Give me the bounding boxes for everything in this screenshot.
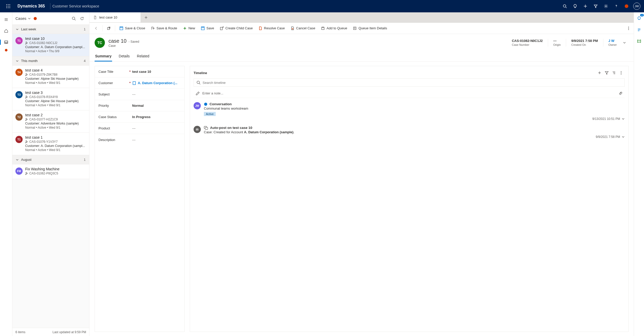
case-list-item[interactable]: T3 test case 3 CAS-01078-R3X4Y8 Customer… xyxy=(12,88,89,110)
chevron-down-icon[interactable] xyxy=(622,135,625,138)
field-description[interactable]: Description * --- xyxy=(95,134,184,145)
svg-rect-38 xyxy=(133,82,135,85)
chevron-down-icon[interactable] xyxy=(622,117,625,120)
app-launcher-button[interactable] xyxy=(2,0,14,12)
general-section: Case Title * test case 10 Customer * A. … xyxy=(95,66,185,332)
group-label: August xyxy=(21,158,31,162)
back-button[interactable] xyxy=(92,24,101,32)
bot-icon xyxy=(195,128,199,131)
group-label: Last week xyxy=(21,27,36,31)
group-header-august[interactable]: August 1 xyxy=(12,155,89,164)
chevron-down-icon xyxy=(16,158,19,161)
save-close-button[interactable]: Save & Close xyxy=(117,24,148,32)
svg-point-54 xyxy=(197,129,198,130)
case-list-item[interactable]: T1 test case 10 CAS-01082-N0C1J2 Custome… xyxy=(12,34,89,56)
svg-rect-30 xyxy=(322,28,324,30)
new-button[interactable]: New xyxy=(180,24,198,32)
refresh-button[interactable] xyxy=(78,14,86,23)
home-button[interactable] xyxy=(1,26,11,36)
group-header-lastweek[interactable]: Last week 1 xyxy=(12,25,89,34)
svg-point-49 xyxy=(197,81,199,84)
svg-rect-24 xyxy=(121,27,122,28)
field-case-status[interactable]: Case Status * In Progress xyxy=(95,111,184,123)
hamburger-menu-button[interactable] xyxy=(1,14,11,25)
cancel-case-button[interactable]: Cancel Case xyxy=(288,24,318,32)
session-tab[interactable]: test case 10 xyxy=(89,12,141,22)
create-child-case-button[interactable]: Create Child Case xyxy=(217,24,255,32)
help-icon[interactable] xyxy=(611,0,621,12)
header-field-owner[interactable]: J W Owner xyxy=(609,39,617,46)
case-list-item[interactable]: T4 test case 4 CAS-01079-Z8K7B8 Customer… xyxy=(12,66,89,88)
search-list-button[interactable] xyxy=(70,14,78,23)
queue-item-details-button[interactable]: Queue Item Details xyxy=(350,24,389,32)
timeline-add-button[interactable] xyxy=(596,69,603,76)
record-avatar: TC xyxy=(95,38,105,48)
open-in-new-button[interactable] xyxy=(104,24,113,32)
header-field-origin[interactable]: --- Origin xyxy=(553,39,561,46)
settings-icon[interactable] xyxy=(601,0,611,12)
case-list-scroll[interactable]: Last week 1 T1 test case 10 CAS-01082-N0… xyxy=(12,25,89,328)
chevron-down-icon xyxy=(28,17,31,20)
timeline-search[interactable] xyxy=(194,78,625,87)
group-header-thismonth[interactable]: This month 4 xyxy=(12,56,89,66)
filter-icon[interactable] xyxy=(591,0,601,12)
chevron-down-icon xyxy=(16,60,19,62)
knowledge-search-button[interactable] xyxy=(635,37,643,45)
view-selector[interactable]: Cases xyxy=(15,16,37,21)
case-customer: Customer: A. Datum Corporation (sampl... xyxy=(25,45,86,49)
avatar: JW xyxy=(194,102,201,109)
case-title: test case 2 xyxy=(25,113,86,117)
inbox-button[interactable] xyxy=(1,37,11,47)
header-field-created-on[interactable]: 9/9/2021 7:58 PM Created On xyxy=(571,39,598,46)
field-case-title[interactable]: Case Title * test case 10 xyxy=(95,66,184,77)
case-list-item[interactable]: FM Fix Washing Machine CAS-01062-P8Q3C5 xyxy=(12,164,89,179)
case-customer: Customer: A. Datum Corporation (sampl... xyxy=(25,144,86,148)
avatar: FM xyxy=(15,167,23,175)
presence-indicator[interactable] xyxy=(621,0,632,12)
svg-rect-27 xyxy=(201,27,204,30)
add-to-queue-button[interactable]: Add to Queue xyxy=(318,24,350,32)
timeline-sort-button[interactable] xyxy=(610,69,618,76)
case-title: test case 1 xyxy=(25,135,86,139)
timeline-search-input[interactable] xyxy=(203,81,622,85)
expand-header-button[interactable] xyxy=(620,39,629,47)
tab-summary[interactable]: Summary xyxy=(95,51,112,61)
case-list-item[interactable]: T1 test case 1 CAS-01076-Y1V3Y7 Customer… xyxy=(12,133,89,155)
timeline-more-button[interactable] xyxy=(618,69,625,76)
case-title: test case 10 xyxy=(25,37,86,41)
save-route-button[interactable]: Save & Route xyxy=(148,24,180,32)
field-subject[interactable]: Subject * --- xyxy=(95,89,184,100)
new-tab-button[interactable] xyxy=(141,12,151,22)
timeline-item[interactable]: Auto-post on test case 10 Case: Created … xyxy=(194,124,625,142)
search-icon[interactable] xyxy=(560,0,570,12)
form-tabs: Summary Details Related xyxy=(89,51,634,62)
timeline-note-input-row[interactable]: Enter a note... xyxy=(194,89,625,98)
case-customer: Customer: Alpine Ski House (sample) xyxy=(25,77,86,81)
case-customer: Customer: Alpine Ski House (sample) xyxy=(25,99,86,103)
timeline-filter-button[interactable] xyxy=(603,69,610,76)
agent-script-button[interactable] xyxy=(635,26,643,34)
tab-related[interactable]: Related xyxy=(137,51,150,61)
add-icon[interactable] xyxy=(580,0,591,12)
tab-details[interactable]: Details xyxy=(118,51,130,61)
more-commands-button[interactable] xyxy=(625,24,632,32)
field-product[interactable]: Product * --- xyxy=(95,123,184,134)
save-button[interactable]: Save xyxy=(198,24,217,32)
case-customer: Customer: Adventure Works (sample) xyxy=(25,122,86,125)
field-customer[interactable]: Customer * A. Datum Corporation (... xyxy=(95,77,184,89)
svg-rect-23 xyxy=(120,27,123,30)
smart-assist-button[interactable]: 4 xyxy=(635,14,643,23)
workspace-name[interactable]: Customer Service workspace xyxy=(52,4,99,8)
resolve-case-button[interactable]: Resolve Case xyxy=(256,24,287,32)
timeline-item[interactable]: JW Conversation Communal teams workstrea… xyxy=(194,101,625,124)
avatar: T1 xyxy=(15,37,23,44)
user-avatar[interactable]: JW xyxy=(632,0,642,12)
lightbulb-icon[interactable] xyxy=(570,0,580,12)
field-priority[interactable]: Priority * Normal xyxy=(95,100,184,111)
header-field-case-number[interactable]: CAS-01082-N0C1J2 Case Number xyxy=(512,39,543,46)
group-count: 1 xyxy=(84,27,86,31)
attachment-icon[interactable] xyxy=(619,91,623,95)
case-meta: Normal • Active • Wed 9/1 xyxy=(25,148,86,152)
case-list-item[interactable]: T2 test case 2 CAS-01077-H2Z1C9 Customer… xyxy=(12,110,89,133)
list-footer: 6 items Last updated at 9:59 PM xyxy=(12,328,89,336)
